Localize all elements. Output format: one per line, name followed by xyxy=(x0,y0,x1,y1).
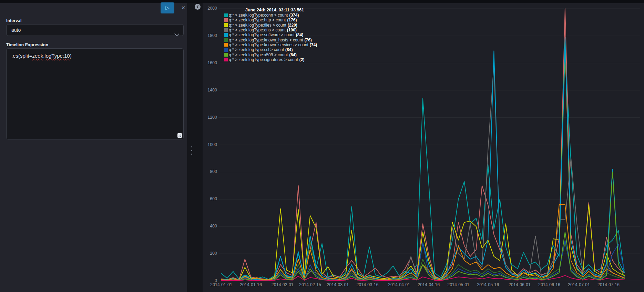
legend-swatch-icon xyxy=(224,53,228,57)
legend-swatch-icon xyxy=(224,23,228,27)
timelion-app: ▷ ✕ Interval auto Timelion Expression .e… xyxy=(0,0,644,292)
x-axis-tick-label: 2014-04-16 xyxy=(414,282,443,287)
y-axis-tick-label: 1600 xyxy=(203,60,217,65)
chart-legend: June 24th 2014, 03:11:33.561 q:* > zeek.… xyxy=(224,8,317,62)
legend-hover-value: (176) xyxy=(287,18,297,22)
legend-item-ssl[interactable]: q:* > zeek.logType:ssl > count(84) xyxy=(224,47,317,52)
y-axis-tick-label: 400 xyxy=(203,224,217,228)
interval-value: auto xyxy=(11,27,21,33)
y-axis-tick-label: 1200 xyxy=(203,115,217,120)
legend-item-known_services[interactable]: q:* > zeek.logType:known_services > coun… xyxy=(224,42,317,47)
y-axis-tick-label: 2000 xyxy=(203,6,217,11)
x-axis-tick-label: 2014-04-01 xyxy=(385,282,413,287)
legend-swatch-icon xyxy=(224,48,228,52)
chevron-down-icon xyxy=(174,29,179,40)
hover-timestamp: June 24th 2014, 03:11:33.561 xyxy=(245,8,317,12)
legend-swatch-icon xyxy=(224,58,228,61)
x-axis-tick-label: 2014-03-16 xyxy=(353,282,382,287)
legend-label: q:* > zeek.logType:software > count xyxy=(229,32,295,37)
legend-label: q:* > zeek.logType:files > count xyxy=(229,23,286,28)
interval-label: Interval xyxy=(6,18,21,23)
legend-label: q:* > zeek.logType:dns > count xyxy=(229,28,286,32)
legend-label: q:* > zeek.logType:ssl > count xyxy=(229,47,284,52)
legend-hover-value: (374) xyxy=(289,13,299,18)
play-icon: ▷ xyxy=(165,5,170,11)
legend-hover-value: (84) xyxy=(296,32,303,37)
y-axis-tick-label: 1800 xyxy=(203,33,217,38)
legend-hover-value: (2) xyxy=(299,57,305,62)
apply-expression-button[interactable]: ▷ xyxy=(161,2,174,13)
legend-hover-value: (76) xyxy=(304,38,311,42)
y-axis-tick-label: 1000 xyxy=(203,142,217,147)
legend-swatch-icon xyxy=(224,33,228,37)
top-bar xyxy=(0,0,644,3)
legend-hover-value: (74) xyxy=(310,42,317,47)
series-line-signatures[interactable] xyxy=(221,275,624,281)
legend-label: q:* > zeek.logType:known_hosts > count xyxy=(229,38,303,42)
y-axis-tick-label: 600 xyxy=(203,196,217,201)
legend-swatch-icon xyxy=(224,43,228,47)
timelion-editor-panel: ▷ ✕ Interval auto Timelion Expression .e… xyxy=(0,3,187,292)
y-axis-tick-label: 1400 xyxy=(203,88,217,93)
legend-item-software[interactable]: q:* > zeek.logType:software > count(84) xyxy=(224,32,317,37)
x-axis-tick-label: 2014-06-01 xyxy=(505,282,534,287)
y-axis-tick-label: 200 xyxy=(203,251,217,256)
x-axis-tick-label: 2014-02-01 xyxy=(268,282,297,287)
legend-item-signatures[interactable]: q:* > zeek.logType:signatures > count(2) xyxy=(224,57,317,62)
legend-swatch-icon xyxy=(224,13,228,17)
x-axis-tick-label: 2014-07-16 xyxy=(594,282,623,287)
legend-hover-value: (220) xyxy=(288,23,297,28)
panel-resizer-gutter xyxy=(187,3,203,292)
legend-swatch-icon xyxy=(224,38,228,42)
x-axis-tick-label: 2014-06-16 xyxy=(535,282,564,287)
collapse-panel-button[interactable] xyxy=(195,4,201,10)
legend-label: q:* > zeek.logType:x509 > count xyxy=(229,52,288,57)
close-editor-button[interactable]: ✕ xyxy=(179,4,187,12)
legend-item-dns[interactable]: q:* > zeek.logType:dns > count(190) xyxy=(224,28,317,32)
legend-item-http[interactable]: q:* > zeek.logType:http > count(176) xyxy=(224,18,317,22)
textarea-resize-handle-icon[interactable] xyxy=(177,133,182,138)
interval-select[interactable]: auto xyxy=(6,24,184,36)
panel-resizer-handle[interactable] xyxy=(190,146,193,155)
x-axis-tick-label: 2014-01-16 xyxy=(236,282,265,287)
x-axis-tick-label: 2014-05-16 xyxy=(473,282,502,287)
x-axis-tick-label: 2014-05-01 xyxy=(444,282,473,287)
legend-hover-value: (190) xyxy=(287,28,297,32)
x-axis-tick-label: 2014-07-01 xyxy=(564,282,593,287)
legend-item-x509[interactable]: q:* > zeek.logType:x509 > count(84) xyxy=(224,52,317,57)
x-axis-tick-label: 2014-01-01 xyxy=(207,282,236,287)
timelion-expression-input[interactable]: .es(split=zeek.logType:10) xyxy=(6,48,184,139)
expression-label: Timelion Expression xyxy=(6,42,48,47)
x-axis-tick-label: 2014-02-15 xyxy=(296,282,325,287)
legend-item-conn[interactable]: q:* > zeek.logType:conn > count(374) xyxy=(224,13,317,18)
chevron-left-icon xyxy=(196,5,199,8)
legend-label: q:* > zeek.logType:signatures > count xyxy=(229,57,298,62)
legend-label: q:* > zeek.logType:conn > count xyxy=(229,13,288,18)
legend-label: q:* > zeek.logType:known_services > coun… xyxy=(229,42,308,47)
timelion-chart-panel: 0200400600800100012001400160018002000201… xyxy=(203,3,644,292)
y-axis-tick-label: 800 xyxy=(203,169,217,174)
x-axis-tick-label: 2014-03-01 xyxy=(323,282,352,287)
legend-swatch-icon xyxy=(224,18,228,22)
legend-hover-value: (84) xyxy=(285,47,293,52)
close-icon: ✕ xyxy=(181,5,186,11)
legend-item-known_hosts[interactable]: q:* > zeek.logType:known_hosts > count(7… xyxy=(224,37,317,42)
legend-hover-value: (84) xyxy=(289,52,296,57)
legend-item-files[interactable]: q:* > zeek.logType:files > count(220) xyxy=(224,23,317,28)
expression-text: .es(split=zeek.logType:10) xyxy=(11,53,72,59)
legend-label: q:* > zeek.logType:http > count xyxy=(229,18,286,22)
legend-swatch-icon xyxy=(224,28,228,32)
